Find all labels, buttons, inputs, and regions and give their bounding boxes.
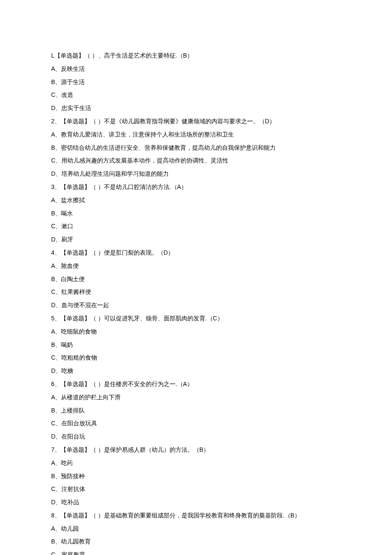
option-text: 吃粗糙的食物 bbox=[61, 354, 97, 361]
question-number: 6、 bbox=[51, 381, 61, 387]
option-letter: C bbox=[51, 551, 55, 555]
option-line: B、喝水 bbox=[51, 207, 341, 220]
question-type: 【单选题】 bbox=[61, 118, 90, 125]
question-type: 【单选题】 bbox=[61, 446, 90, 453]
option-text: 脓血便 bbox=[61, 262, 79, 269]
option-text: 注射抗体 bbox=[61, 485, 85, 492]
option-text: 预防接种 bbox=[61, 473, 85, 479]
option-line: A、盐水擦拭 bbox=[51, 194, 341, 207]
document-page: L【单选题】（ ）、高于生活是艺术的主要特征.（B） A、反映生活 B、源于生活… bbox=[0, 0, 392, 555]
option-text: 在阳台玩 bbox=[61, 433, 85, 440]
question-number: 5、 bbox=[51, 315, 61, 322]
option-text: 喝水 bbox=[61, 210, 73, 217]
option-line: D、吃补品 bbox=[51, 496, 341, 509]
option-line: A、教育幼儿爱清洁、讲卫生，注意保持个人和生活场所的整洁和卫生 bbox=[51, 128, 341, 141]
option-letter: B bbox=[51, 538, 55, 545]
option-text: 吃细鼠的食物 bbox=[61, 328, 97, 335]
question-text: （ ）可以促进乳牙、颌骨、面部肌肉的发育.（C） bbox=[90, 315, 223, 322]
option-text: 用幼儿感兴趣的方式发展基本动作，提高动作的协调性、灵活性 bbox=[61, 157, 228, 164]
option-line: D、培养幼儿处理生活问题和学习知道的能力 bbox=[51, 167, 341, 180]
question-type: 【单选题】 bbox=[61, 183, 90, 190]
option-line: D、忠实于生活 bbox=[51, 102, 341, 115]
question-text: （ ）是基础教育的重要组成部分，是我国学校教育和终身教育的奠基阶段.（B） bbox=[90, 512, 300, 519]
option-letter: C bbox=[51, 157, 55, 164]
option-letter: B bbox=[51, 341, 55, 348]
option-text: 在阳台放玩具 bbox=[61, 420, 97, 427]
option-letter: D bbox=[51, 433, 55, 440]
option-text: 血与便不混在一起 bbox=[61, 302, 109, 308]
option-line: C、家庭教育 bbox=[51, 548, 341, 555]
option-letter: B bbox=[51, 78, 55, 85]
option-text: 喝奶 bbox=[61, 341, 73, 348]
option-line: B、预防接种 bbox=[51, 470, 341, 483]
option-text: 幼儿园教育 bbox=[61, 538, 91, 545]
question-type: 【单选题】 bbox=[61, 249, 90, 256]
option-line: C、改造 bbox=[51, 88, 341, 102]
option-text: 忠实于生活 bbox=[61, 105, 91, 111]
option-line: C、红果酱样便 bbox=[51, 285, 341, 299]
option-letter: D bbox=[51, 236, 55, 243]
question-number: 2、 bbox=[51, 118, 61, 125]
option-line: A、反映生活 bbox=[51, 62, 341, 76]
question-number: 3、 bbox=[51, 183, 61, 190]
question-type: 【单选题】 bbox=[61, 315, 90, 322]
option-line: B、白陶土便 bbox=[51, 273, 341, 286]
option-text: 幼儿园 bbox=[61, 525, 79, 532]
option-letter: C bbox=[51, 288, 55, 295]
option-letter: A bbox=[51, 394, 55, 401]
option-letter: C bbox=[51, 223, 55, 230]
option-line: B、上楼排队 bbox=[51, 404, 341, 417]
question-text: （ ）、高于生活是艺术的主要特征.（B） bbox=[84, 52, 193, 59]
option-line: A、幼儿园 bbox=[51, 522, 341, 535]
question-stem: L【单选题】（ ）、高于生活是艺术的主要特征.（B） bbox=[51, 49, 341, 62]
option-text: 上楼排队 bbox=[61, 407, 85, 414]
option-letter: D bbox=[51, 367, 55, 374]
question-stem: 5、【单选题】（ ）可以促进乳牙、颌骨、面部肌肉的发育.（C） bbox=[51, 312, 341, 325]
option-line: B、密切结合幼儿的生活进行安全、营养和保健教育，提高幼儿的自我保护意识和能力 bbox=[51, 141, 341, 154]
question-stem: 8、【单选题】（ ）是基础教育的重要组成部分，是我国学校教育和终身教育的奠基阶段… bbox=[51, 509, 341, 522]
option-letter: B bbox=[51, 407, 55, 414]
option-line: A、吃细鼠的食物 bbox=[51, 325, 341, 338]
option-text: 反映生活 bbox=[61, 65, 85, 72]
question-stem: 2、【单选题】（ ）不是《幼儿园教育指导纲要》健康领域的内容与要求之一。（D） bbox=[51, 115, 341, 128]
option-line: D、刷牙 bbox=[51, 233, 341, 246]
question-stem: 4、【单选题】（ ）便是肛门裂的表现。（D） bbox=[51, 246, 341, 259]
option-letter: C bbox=[51, 354, 55, 361]
option-letter: D bbox=[51, 302, 55, 308]
option-text: 白陶土便 bbox=[61, 276, 85, 282]
option-letter: A bbox=[51, 197, 55, 203]
option-line: C、注射抗体 bbox=[51, 482, 341, 496]
option-letter: D bbox=[51, 499, 55, 506]
option-text: 漱口 bbox=[61, 223, 73, 230]
question-text: （ ）不是幼儿口腔清洁的方法.（A） bbox=[90, 183, 187, 190]
option-letter: A bbox=[51, 65, 55, 72]
question-number: 7、 bbox=[51, 446, 61, 453]
option-text: 改造 bbox=[61, 91, 73, 98]
question-type: 【单选题】 bbox=[61, 381, 90, 387]
option-line: D、在阳台玩 bbox=[51, 430, 341, 443]
option-text: 教育幼儿爱清洁、讲卫生，注意保持个人和生活场所的整洁和卫生 bbox=[61, 131, 234, 138]
option-text: 源于生活 bbox=[61, 78, 85, 85]
option-line: A、从楼道的护栏上向下滑 bbox=[51, 391, 341, 404]
option-text: 吃药 bbox=[61, 459, 73, 466]
option-letter: B bbox=[51, 210, 55, 217]
option-line: A、脓血便 bbox=[51, 259, 341, 273]
option-text: 刷牙 bbox=[61, 236, 73, 243]
option-letter: C bbox=[51, 420, 55, 427]
option-letter: D bbox=[51, 170, 55, 177]
option-line: D、血与便不混在一起 bbox=[51, 299, 341, 312]
question-stem: 6、【单选题】（ ）是住楼房不安全的行为之一.（A） bbox=[51, 378, 341, 391]
option-text: 盐水擦拭 bbox=[61, 197, 85, 203]
option-line: C、在阳台放玩具 bbox=[51, 417, 341, 430]
option-letter: A bbox=[51, 262, 55, 269]
option-line: B、喝奶 bbox=[51, 338, 341, 352]
option-letter: B bbox=[51, 276, 55, 282]
option-text: 吃糖 bbox=[61, 367, 73, 374]
option-line: C、吃粗糙的食物 bbox=[51, 351, 341, 364]
option-letter: A bbox=[51, 459, 55, 466]
question-stem: 7、【单选题】（ ）是保护易感人群（幼儿）的方法。（B） bbox=[51, 443, 341, 456]
option-letter: C bbox=[51, 91, 55, 98]
option-line: B、幼儿园教育 bbox=[51, 535, 341, 548]
option-letter: B bbox=[51, 473, 55, 479]
question-stem: 3、【单选题】（ ）不是幼儿口腔清洁的方法.（A） bbox=[51, 180, 341, 194]
